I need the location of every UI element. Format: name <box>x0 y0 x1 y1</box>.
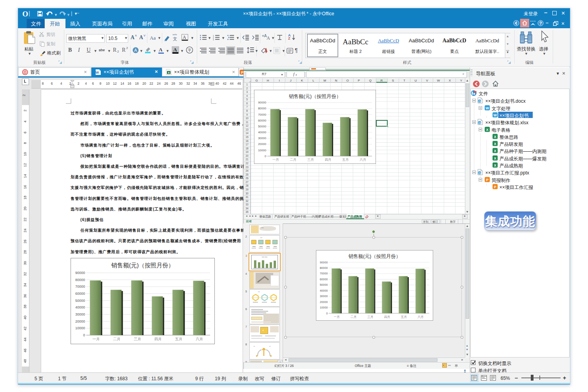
svg-text:字: 字 <box>188 48 191 52</box>
svg-text:10000: 10000 <box>258 149 266 152</box>
svg-text:40000: 40000 <box>320 289 328 292</box>
svg-text:30000: 30000 <box>75 312 85 316</box>
svg-text:80000: 80000 <box>320 266 328 270</box>
svg-text:30000: 30000 <box>320 294 328 298</box>
svg-text:10000: 10000 <box>75 326 85 330</box>
svg-text:50000: 50000 <box>258 125 266 128</box>
svg-text:O: O <box>478 121 481 125</box>
svg-text:60000: 60000 <box>258 119 266 122</box>
svg-text:?: ? <box>539 21 542 25</box>
svg-text:80000: 80000 <box>258 107 266 110</box>
svg-text:80000: 80000 <box>75 278 85 282</box>
svg-text:A: A <box>134 48 137 53</box>
svg-text:90000: 90000 <box>320 261 328 264</box>
svg-text:90000: 90000 <box>75 271 85 275</box>
svg-text:X: X <box>168 71 170 74</box>
svg-text:▪▪▪▪ ▪▪▪▪: ▪▪▪▪ ▪▪▪▪ <box>262 256 267 258</box>
svg-text:0: 0 <box>326 312 328 315</box>
svg-text:3: 3 <box>213 39 214 41</box>
svg-text:70000: 70000 <box>320 272 328 275</box>
svg-text:70000: 70000 <box>75 285 85 289</box>
svg-text:20000: 20000 <box>258 142 266 146</box>
svg-text:X: X <box>494 163 496 167</box>
svg-text:W: W <box>494 113 497 117</box>
svg-text:P: P <box>494 185 496 189</box>
svg-text:60000: 60000 <box>320 278 328 281</box>
svg-text:50000: 50000 <box>75 299 85 303</box>
svg-text:50000: 50000 <box>320 283 328 287</box>
svg-text:X: X <box>494 142 496 146</box>
svg-text:10000: 10000 <box>320 306 328 309</box>
svg-text:0: 0 <box>83 333 85 337</box>
svg-text:W: W <box>486 106 489 110</box>
svg-text:W: W <box>96 71 99 74</box>
svg-text:60000: 60000 <box>75 292 85 296</box>
svg-text:X: X <box>494 134 496 138</box>
svg-text:30000: 30000 <box>258 136 266 140</box>
svg-text:20000: 20000 <box>75 319 85 323</box>
svg-text:X: X <box>494 156 496 160</box>
svg-text:40000: 40000 <box>258 131 266 134</box>
svg-text:70000: 70000 <box>258 113 266 116</box>
svg-text:X: X <box>486 127 488 131</box>
svg-text:20000: 20000 <box>320 300 328 304</box>
svg-text:0: 0 <box>265 154 266 158</box>
svg-text:90000: 90000 <box>258 101 266 104</box>
svg-text:O: O <box>478 100 481 103</box>
svg-text:P: P <box>486 178 488 181</box>
svg-text:X: X <box>494 149 496 153</box>
svg-text:40000: 40000 <box>75 305 85 309</box>
